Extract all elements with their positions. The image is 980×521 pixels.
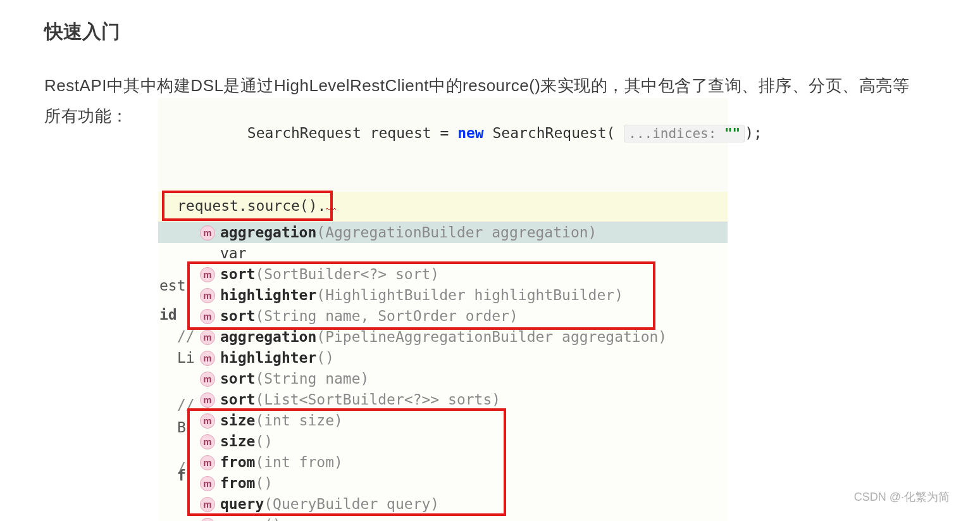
suggestion-item[interactable]: m sort(List<SortBuilder<?>> sorts): [158, 389, 728, 410]
method-icon: m: [200, 434, 215, 449]
method-icon: m: [200, 330, 215, 345]
method-icon: m: [200, 497, 215, 512]
document-page: 快速入门 RestAPI中其中构建DSL是通过HighLevelRestClie…: [0, 0, 980, 521]
code-dot: .: [318, 198, 326, 214]
body-paragraph-line2: 所有功能：: [44, 101, 158, 131]
param-hint: ...indices: "": [624, 125, 745, 142]
method-icon: m: [200, 267, 215, 282]
method-icon: m: [200, 351, 215, 366]
method-icon: m: [200, 455, 215, 470]
autocomplete-popup: est id // Li // B / f m aggregation(Aggr…: [158, 222, 728, 521]
code-line-declaration: SearchRequest request = new SearchReques…: [158, 98, 728, 169]
suggestion-item[interactable]: m size(): [158, 431, 728, 452]
method-icon: m: [200, 288, 215, 303]
suggestion-item[interactable]: m aggregation(PipelineAggregationBuilder…: [158, 327, 728, 348]
method-icon: m: [200, 392, 215, 408]
code-token: );: [745, 125, 762, 141]
code-line-source: request.source().〰: [158, 192, 728, 222]
suggestion-item[interactable]: m sort(String name): [158, 368, 728, 389]
method-icon: m: [200, 476, 215, 491]
code-token: SearchRequest request =: [247, 125, 457, 141]
suggestion-item[interactable]: m query(): [158, 515, 728, 521]
body-row: 所有功能： SearchRequest request = new Search…: [44, 101, 980, 521]
error-squiggle: 〰: [326, 204, 336, 216]
suggestion-item[interactable]: m query(QueryBuilder query): [158, 494, 728, 515]
method-icon: m: [200, 413, 215, 429]
suggestion-item[interactable]: m highlighter(HighlightBuilder highlight…: [158, 285, 728, 306]
suggestion-item[interactable]: m aggregation(AggregationBuilder aggrega…: [158, 222, 728, 243]
section-heading: 快速入门: [44, 19, 980, 45]
watermark: CSDN @·化繁为简: [854, 489, 950, 505]
method-icon: m: [200, 225, 215, 241]
keyword-new: new: [457, 125, 484, 141]
method-icon: m: [200, 372, 215, 387]
suggestion-item[interactable]: m from(): [158, 473, 728, 494]
body-paragraph-line1: RestAPI中其中构建DSL是通过HighLevelRestClient中的r…: [44, 70, 980, 101]
suggestion-item[interactable]: m highlighter(): [158, 348, 728, 368]
method-icon: m: [200, 309, 215, 324]
suggestion-item[interactable]: m sort(SortBuilder<?> sort): [158, 264, 728, 285]
code-token: SearchRequest(: [484, 125, 624, 141]
code-screenshot: SearchRequest request = new SearchReques…: [158, 98, 728, 521]
suggestion-item[interactable]: m sort(String name, SortOrder order): [158, 306, 728, 327]
suggestion-item[interactable]: m from(int from): [158, 452, 728, 473]
suggestion-item[interactable]: var: [158, 243, 728, 264]
code-token-source: request.source(): [177, 198, 318, 214]
suggestion-item[interactable]: m size(int size): [158, 410, 728, 431]
